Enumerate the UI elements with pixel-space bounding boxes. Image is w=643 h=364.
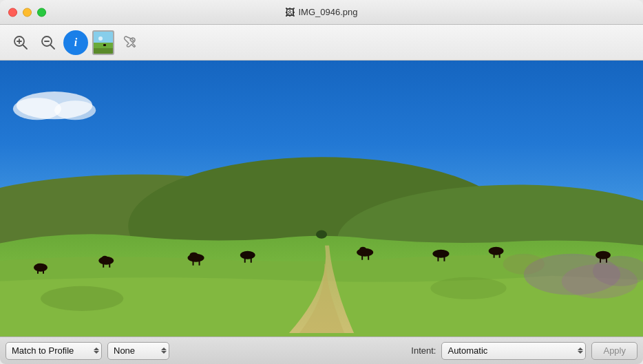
- thumbnail-button[interactable]: [91, 30, 116, 55]
- svg-point-14: [13, 98, 61, 120]
- landscape-image: [0, 61, 643, 336]
- apply-button[interactable]: Apply: [591, 342, 637, 360]
- zoom-in-icon: [12, 34, 29, 51]
- svg-rect-28: [37, 269, 39, 274]
- svg-point-49: [489, 247, 504, 255]
- title-bar: 🖼 IMG_0946.png: [0, 0, 643, 25]
- tools-icon: [122, 34, 140, 52]
- window-controls: [8, 8, 46, 17]
- svg-line-5: [51, 45, 55, 49]
- intent-select[interactable]: Automatic Perceptual Relative Colorimetr…: [441, 342, 586, 360]
- bottom-bar: Match to Profile Assign Profile Convert …: [0, 336, 643, 364]
- profile-wrapper: None sRGB Adobe RGB ProPhoto RGB: [107, 342, 169, 360]
- svg-rect-40: [244, 257, 246, 263]
- tools-button[interactable]: [118, 30, 143, 55]
- svg-point-15: [54, 100, 96, 120]
- close-button[interactable]: [8, 8, 17, 17]
- intent-wrapper: Automatic Perceptual Relative Colorimetr…: [441, 342, 586, 360]
- svg-rect-9: [94, 48, 114, 54]
- svg-point-26: [430, 277, 506, 299]
- toolbar: i: [0, 25, 643, 61]
- svg-rect-47: [437, 256, 439, 261]
- svg-point-30: [36, 264, 43, 269]
- info-button[interactable]: i: [63, 30, 88, 55]
- svg-rect-32: [103, 263, 104, 268]
- zoom-out-button[interactable]: [36, 30, 61, 55]
- svg-rect-43: [361, 255, 363, 260]
- maximize-button[interactable]: [37, 8, 46, 17]
- svg-rect-51: [499, 253, 500, 258]
- svg-point-24: [503, 254, 545, 275]
- profile-select[interactable]: None sRGB Adobe RGB ProPhoto RGB: [107, 342, 169, 360]
- svg-point-34: [101, 256, 108, 261]
- svg-rect-54: [606, 257, 607, 263]
- svg-rect-11: [103, 44, 106, 46]
- intent-group: Intent: Automatic Perceptual Relative Co…: [411, 342, 586, 360]
- svg-rect-36: [193, 260, 194, 266]
- svg-rect-33: [109, 263, 110, 268]
- svg-rect-37: [199, 260, 200, 266]
- intent-label: Intent:: [411, 345, 436, 356]
- svg-point-52: [595, 251, 611, 259]
- svg-point-25: [41, 286, 123, 311]
- svg-point-38: [190, 253, 198, 258]
- zoom-in-button[interactable]: [8, 30, 33, 55]
- svg-point-39: [240, 251, 255, 259]
- svg-point-55: [316, 231, 327, 239]
- svg-line-1: [23, 45, 28, 49]
- minimize-button[interactable]: [23, 8, 32, 17]
- match-profile-select[interactable]: Match to Profile Assign Profile Convert …: [6, 342, 102, 360]
- match-profile-wrapper: Match to Profile Assign Profile Convert …: [6, 342, 102, 360]
- svg-rect-41: [251, 257, 252, 263]
- svg-rect-53: [600, 257, 601, 263]
- svg-point-10: [98, 36, 103, 41]
- window-title: 🖼 IMG_0946.png: [285, 7, 357, 18]
- thumbnail-preview: [92, 30, 114, 55]
- svg-rect-50: [494, 253, 495, 258]
- svg-rect-29: [43, 269, 44, 274]
- zoom-out-icon: [40, 34, 56, 51]
- title-label: IMG_0946.png: [298, 7, 357, 17]
- svg-rect-44: [368, 255, 369, 260]
- svg-point-45: [359, 247, 366, 253]
- file-icon: 🖼: [285, 7, 295, 18]
- image-area: [0, 61, 643, 336]
- svg-point-46: [432, 250, 449, 258]
- svg-rect-48: [443, 256, 445, 261]
